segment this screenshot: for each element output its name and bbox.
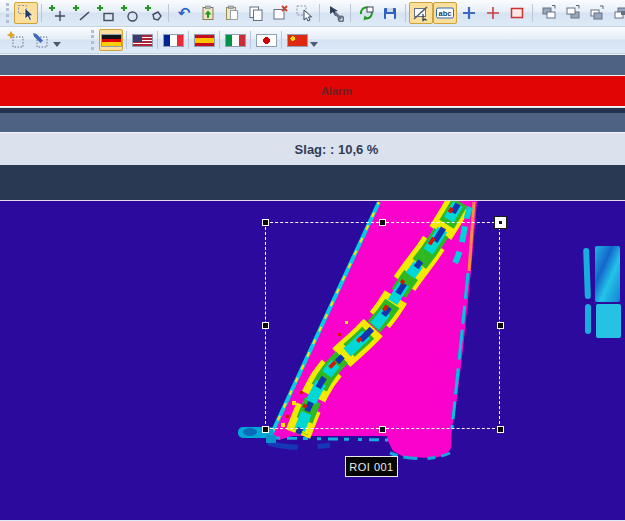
svg-text:abc: abc — [439, 9, 452, 18]
selection-handle-top-middle[interactable] — [379, 219, 386, 226]
bring-forward-button[interactable] — [536, 2, 560, 24]
copy-button[interactable] — [244, 2, 268, 24]
save-shape-icon — [381, 4, 399, 22]
delete-shape-icon — [271, 4, 289, 22]
bring-forward-icon — [539, 4, 557, 22]
add-line-icon — [72, 4, 90, 22]
header-band-top — [0, 55, 625, 75]
alarm-label: Alarm — [273, 85, 352, 97]
selection-handle-top-left[interactable] — [262, 219, 269, 226]
selection-handle-bottom-right[interactable] — [497, 426, 504, 433]
language-toolbar-drag-handle[interactable] — [91, 30, 94, 50]
add-red-region-button[interactable] — [505, 2, 529, 24]
hide-shapes-button[interactable] — [409, 2, 433, 24]
edit-grid-icon — [31, 31, 49, 49]
spain-flag-icon — [194, 34, 215, 47]
language-german-button[interactable] — [99, 29, 123, 51]
send-backward-icon — [563, 4, 581, 22]
send-to-back-button[interactable] — [608, 2, 625, 24]
paste-button[interactable] — [220, 2, 244, 24]
add-ellipse-button[interactable] — [117, 2, 141, 24]
hide-shapes-icon — [412, 4, 430, 22]
paste-special-button[interactable] — [196, 2, 220, 24]
language-spanish-button[interactable] — [192, 29, 216, 51]
selection-handle-middle-left[interactable] — [262, 322, 269, 329]
selection-handle-top-right[interactable] — [494, 216, 507, 229]
add-blue-marker-icon — [460, 4, 478, 22]
send-to-back-icon — [611, 4, 625, 22]
add-blue-marker-button[interactable] — [457, 2, 481, 24]
show-labels-icon: abc — [435, 4, 455, 22]
delete-shape-button[interactable] — [268, 2, 292, 24]
language-japanese-button[interactable] — [254, 29, 278, 51]
edit-grid-button[interactable] — [28, 29, 52, 51]
thermal-side-objects — [583, 246, 621, 338]
japan-flag-icon — [256, 34, 277, 47]
bring-to-front-icon — [587, 4, 605, 22]
add-point-icon — [48, 4, 66, 22]
roi-selection-rect[interactable] — [265, 222, 500, 429]
grid-more-options-dropdown[interactable] — [53, 42, 61, 47]
selection-handle-bottom-left[interactable] — [262, 426, 269, 433]
language-french-button[interactable] — [161, 29, 185, 51]
toolbar-main: ↶ — [0, 0, 625, 27]
china-flag-icon — [287, 34, 308, 47]
select-tool-icon — [17, 4, 35, 22]
thermal-camera-view[interactable]: ROI 001 — [0, 201, 625, 520]
italy-flag-icon — [225, 34, 246, 47]
header-band-bottom — [0, 165, 625, 200]
auto-detect-grid-button[interactable] — [4, 29, 28, 51]
toolbar-drag-handle[interactable] — [6, 3, 9, 23]
add-ellipse-icon — [120, 4, 138, 22]
undo-icon: ↶ — [178, 6, 191, 21]
language-english-button[interactable] — [130, 29, 154, 51]
show-labels-button[interactable]: abc — [433, 2, 457, 24]
selection-handle-bottom-middle[interactable] — [379, 426, 386, 433]
undo-button[interactable]: ↶ — [172, 2, 196, 24]
header-band-middle — [0, 113, 625, 132]
rotate-shape-icon — [357, 4, 375, 22]
usa-flag-icon — [132, 34, 153, 47]
rotate-shape-button[interactable] — [354, 2, 378, 24]
language-italian-button[interactable] — [223, 29, 247, 51]
add-red-marker-button[interactable] — [481, 2, 505, 24]
add-red-region-icon — [508, 4, 526, 22]
add-point-button[interactable] — [45, 2, 69, 24]
pointer-settings-button[interactable] — [323, 2, 347, 24]
add-polygon-icon — [144, 4, 162, 22]
language-more-dropdown[interactable] — [310, 42, 318, 47]
germany-flag-icon — [101, 34, 122, 47]
select-all-button[interactable] — [292, 2, 316, 24]
add-line-button[interactable] — [69, 2, 93, 24]
slag-value-label: Slag: : 10,6 % — [247, 142, 379, 157]
france-flag-icon — [163, 34, 184, 47]
roi-name-tag: ROI 001 — [345, 456, 398, 477]
save-shape-button[interactable] — [378, 2, 402, 24]
copy-icon — [247, 4, 265, 22]
paste-special-icon — [199, 4, 217, 22]
toolbar-language — [0, 27, 625, 54]
send-backward-button[interactable] — [560, 2, 584, 24]
alarm-banner: Alarm — [0, 75, 625, 107]
bring-to-front-button[interactable] — [584, 2, 608, 24]
auto-detect-grid-icon — [7, 31, 25, 49]
add-rectangle-button[interactable] — [93, 2, 117, 24]
thermal-tail-blob — [238, 427, 276, 443]
roi-name-text: ROI 001 — [349, 461, 393, 473]
add-rectangle-icon — [96, 4, 114, 22]
select-all-icon — [295, 4, 313, 22]
add-red-marker-icon — [484, 4, 502, 22]
add-polygon-button[interactable] — [141, 2, 165, 24]
slag-status-bar: Slag: : 10,6 % — [0, 132, 625, 165]
pointer-settings-icon — [326, 4, 344, 22]
language-chinese-button[interactable] — [285, 29, 309, 51]
select-tool-button[interactable] — [14, 2, 38, 24]
paste-icon — [223, 4, 241, 22]
selection-handle-middle-right[interactable] — [497, 322, 504, 329]
